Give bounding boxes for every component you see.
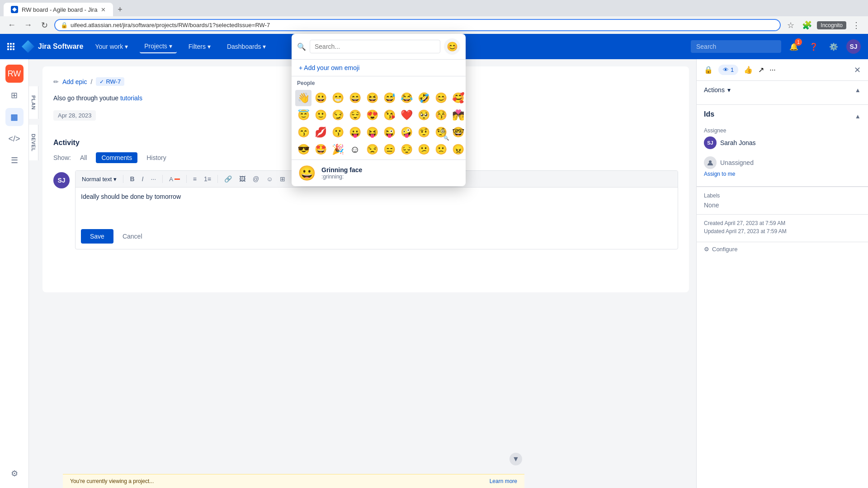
emoji-btn-zany[interactable]: 🤪	[398, 124, 415, 141]
emoji-btn-slightly-smile[interactable]: 🙂	[312, 107, 329, 123]
filter-all-btn[interactable]: All	[75, 152, 93, 163]
emoji-btn-monocle[interactable]: 🧐🔍	[433, 124, 449, 141]
text-color-btn[interactable]: A	[166, 174, 183, 184]
save-button[interactable]: Save	[81, 229, 113, 244]
menu-button[interactable]: ⋮	[850, 19, 863, 32]
sidebar-list-icon[interactable]: ☰	[5, 151, 24, 169]
table-btn[interactable]: ⊞	[277, 174, 288, 184]
emoji-btn-rofl[interactable]: 🤣	[415, 90, 432, 106]
tab-close-btn[interactable]: ✕	[101, 6, 106, 13]
reload-button[interactable]: ↻	[38, 19, 51, 32]
collapse-actions-btn[interactable]: ▲	[855, 87, 861, 94]
sidebar-code-icon[interactable]: </>	[5, 130, 24, 148]
emoji-btn-grin[interactable]: 😁	[330, 90, 346, 106]
emoji-btn-stuck-out-wink[interactable]: 😝	[364, 124, 380, 141]
assign-to-me-link[interactable]: Assign to me	[704, 171, 861, 177]
emoji-btn-kissing-closed[interactable]: 😚	[433, 107, 449, 123]
emoji-search-input[interactable]	[310, 40, 440, 53]
user-avatar[interactable]: SJ	[846, 39, 861, 54]
emoji-recent-btn[interactable]: 😊	[444, 38, 460, 55]
add-epic-link[interactable]: Add epic	[62, 78, 87, 85]
bullet-list-btn[interactable]: ≡	[190, 174, 199, 184]
emoji-btn-nerd[interactable]: 🤓	[450, 124, 466, 141]
collapse-ids-btn[interactable]: ▲	[855, 113, 861, 120]
more-options-icon[interactable]: ···	[769, 66, 775, 74]
settings-button[interactable]: ⚙️	[826, 39, 841, 54]
emoji-btn-smirk[interactable]: 😏	[330, 107, 346, 123]
emoji-btn-angry[interactable]: 😠	[450, 141, 466, 158]
emoji-btn-sunglasses[interactable]: 😎	[295, 141, 311, 158]
emoji-btn-grinning[interactable]: 😀	[312, 90, 329, 106]
nav-projects[interactable]: Projects ▾	[140, 40, 177, 53]
emoji-btn-wink[interactable]: 😜	[381, 124, 397, 141]
new-tab-button[interactable]: +	[113, 3, 127, 16]
emoji-btn-star-struck[interactable]: 🤩	[312, 141, 329, 158]
actions-button[interactable]: Actions ▾	[704, 86, 731, 94]
emoji-btn-heart[interactable]: ❤️	[398, 107, 415, 123]
sidebar-settings-icon[interactable]: ⚙	[5, 465, 24, 483]
share-icon[interactable]: ↗	[758, 66, 764, 74]
emoji-btn-kissing-2[interactable]: 😗	[330, 124, 346, 141]
editor-body[interactable]: Ideally should be done by tomorrow	[75, 188, 678, 224]
ordered-list-btn[interactable]: 1≡	[201, 174, 214, 184]
emoji-btn-kiss[interactable]: 💋	[312, 124, 329, 141]
emoji-btn-kissing[interactable]: 😙	[295, 124, 311, 141]
nav-your-work[interactable]: Your work ▾	[90, 40, 132, 53]
cancel-button[interactable]: Cancel	[117, 229, 148, 244]
emoji-btn-heart-eyes[interactable]: 🥰	[450, 90, 466, 106]
scroll-down-btn[interactable]: ▼	[509, 453, 522, 465]
bookmark-button[interactable]: ☆	[784, 19, 797, 32]
filter-comments-btn[interactable]: Comments	[96, 152, 137, 163]
emoji-btn-laughing[interactable]: 😆	[364, 90, 380, 106]
emoji-btn-pensive[interactable]: 😔	[398, 141, 415, 158]
lock-icon[interactable]: 🔒	[704, 66, 713, 74]
thumbs-up-icon[interactable]: 👍	[744, 66, 753, 74]
sidebar-project-icon[interactable]: RW	[5, 65, 24, 83]
emoji-btn-raised-eyebrow[interactable]: 🤨	[415, 124, 432, 141]
emoji-btn-wave[interactable]: 👋	[295, 90, 311, 106]
filter-history-btn[interactable]: History	[141, 152, 172, 163]
close-panel-icon[interactable]: ✕	[854, 65, 861, 75]
emoji-btn-stuck-out-tongue[interactable]: 😛	[347, 124, 363, 141]
nav-filters[interactable]: Filters ▾	[184, 40, 215, 53]
emoji-btn-smile[interactable]: 😄	[347, 90, 363, 106]
address-bar[interactable]: 🔒 uifeed.atlassian.net/jira/software/pro…	[54, 19, 781, 31]
notifications-button[interactable]: 🔔 1	[787, 39, 801, 54]
watch-count-badge[interactable]: 👁 1	[718, 65, 738, 75]
sidebar-kanban-icon[interactable]: ▦	[5, 108, 24, 126]
tutorials-link[interactable]: tutorials	[120, 94, 142, 102]
emoji-btn-relieved[interactable]: 😌	[347, 107, 363, 123]
extensions-button[interactable]: 🧩	[801, 19, 813, 32]
nav-dashboards[interactable]: Dashboards ▾	[222, 40, 271, 53]
configure-button[interactable]: ⚙ Configure	[704, 246, 737, 253]
link-btn[interactable]: 🔗	[222, 174, 235, 184]
more-format-btn[interactable]: ···	[148, 174, 159, 184]
emoji-btn-kissing-heart[interactable]: 😘	[381, 107, 397, 123]
emoji-btn-relaxed[interactable]: ☺️	[347, 141, 363, 158]
emoji-btn-sweat-smile[interactable]: 😅	[381, 90, 397, 106]
italic-btn[interactable]: I	[139, 174, 146, 184]
emoji-btn-pleading[interactable]: 🥺	[415, 107, 432, 123]
help-button[interactable]: ❓	[807, 39, 821, 54]
emoji-btn-expressionless[interactable]: 😑	[381, 141, 397, 158]
emoji-btn-joy[interactable]: 😂	[398, 90, 415, 106]
mention-btn[interactable]: @	[250, 174, 262, 184]
nav-search-input[interactable]	[691, 40, 781, 53]
learn-more-link[interactable]: Learn more	[490, 478, 517, 484]
emoji-btn-couple-kiss[interactable]: 💏	[450, 107, 466, 123]
format-select[interactable]: Normal text ▾	[79, 175, 119, 183]
emoji-btn-blush[interactable]: 😊	[433, 90, 449, 106]
bold-btn[interactable]: B	[127, 174, 137, 184]
forward-button[interactable]: →	[22, 19, 34, 32]
emoji-btn-confused[interactable]: 😕	[415, 141, 432, 158]
emoji-btn-slightly-frown[interactable]: 🙁	[433, 141, 449, 158]
image-btn[interactable]: 🖼	[236, 174, 248, 184]
add-own-emoji-btn[interactable]: + Add your own emoji	[292, 60, 466, 76]
apps-menu-icon[interactable]	[7, 43, 14, 50]
emoji-btn[interactable]: ☺	[264, 174, 275, 184]
emoji-btn-party[interactable]: 🎉	[330, 141, 346, 158]
emoji-btn-heart-eyes-2[interactable]: 😍	[364, 107, 380, 123]
emoji-btn-innocent[interactable]: 😇	[295, 107, 311, 123]
sidebar-board-icon[interactable]: ⊞	[5, 86, 24, 104]
emoji-btn-unamused[interactable]: 😒	[364, 141, 380, 158]
